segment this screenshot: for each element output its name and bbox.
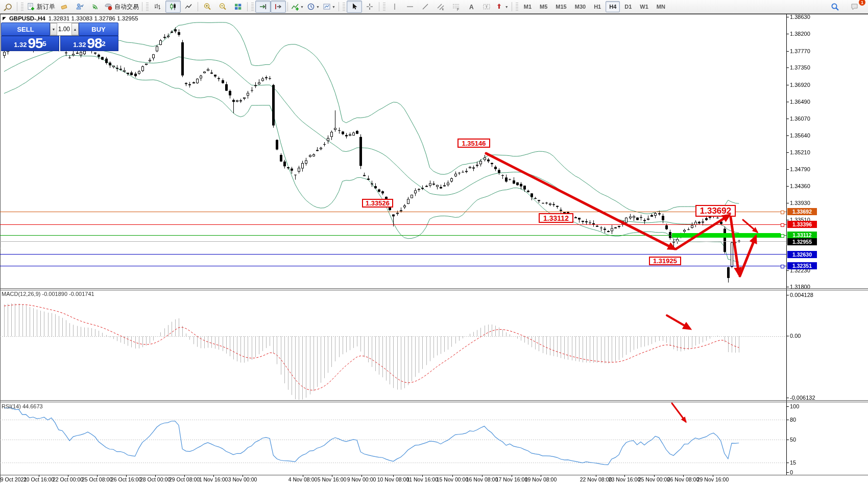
price-annotation[interactable]: 1.33526 xyxy=(362,199,393,208)
mt4-terminal: 新订单 自动交易 xyxy=(0,0,868,483)
price-annotation[interactable]: 1.35146 xyxy=(457,139,490,148)
time-axis-label: 19 Oct 2021 xyxy=(0,476,27,482)
time-axis-label: 9 Nov 00:00 xyxy=(347,476,376,482)
timeframe-button-h1[interactable]: H1 xyxy=(590,1,605,12)
search-icon xyxy=(831,3,839,11)
rsi-label: RSI(14) 44.6673 xyxy=(2,403,43,409)
channel-tool[interactable]: E xyxy=(433,1,448,13)
time-axis-label: 22 Oct 00:00 xyxy=(53,476,83,482)
time-axis-label: 28 Oct 00:00 xyxy=(140,476,171,482)
text-tool[interactable]: A xyxy=(464,1,479,13)
price-axis-label: 1.34790 xyxy=(790,166,810,172)
volume-stepper: ▼ 1.00 ▲ xyxy=(50,22,79,36)
price-tag: 1.33692 xyxy=(787,208,817,215)
macd-axis-label: -0.006132 xyxy=(790,395,815,401)
level-marker[interactable] xyxy=(781,211,784,214)
svg-text:T: T xyxy=(485,5,488,9)
new-order-icon xyxy=(27,3,35,11)
timeframe-button-m5[interactable]: M5 xyxy=(536,1,551,12)
timeframe-button-m1[interactable]: M1 xyxy=(520,1,535,12)
price-tag: 1.33396 xyxy=(787,221,817,228)
market-watch-button[interactable] xyxy=(72,1,87,13)
auto-trading-button[interactable]: 自动交易 xyxy=(103,1,140,13)
bar-chart-button[interactable] xyxy=(150,1,165,13)
period-button[interactable]: ▼ xyxy=(305,1,321,13)
timeframe-button-d1[interactable]: D1 xyxy=(621,1,635,12)
dropdown-arrow-icon: ▼ xyxy=(332,5,335,9)
sell-price-button[interactable]: 1.32 95 5 xyxy=(1,36,59,51)
toolbar-separator xyxy=(142,2,142,11)
time-axis-label: 15 Nov 00:00 xyxy=(437,476,468,482)
tile-windows-button[interactable] xyxy=(230,1,246,13)
crosshair-tool-button[interactable] xyxy=(362,1,377,13)
arrows-tool[interactable]: ▼ xyxy=(494,1,510,13)
cursor-icon xyxy=(350,3,358,11)
notifications-button[interactable]: 1 xyxy=(848,1,863,13)
price-level-line[interactable] xyxy=(0,235,786,236)
text-label-tool[interactable]: T xyxy=(479,1,494,13)
time-axis-label: 26 Oct 16:00 xyxy=(111,476,141,482)
cursor-tool-button[interactable] xyxy=(347,1,362,13)
price-level-line[interactable] xyxy=(0,224,786,225)
symbol-title: GBPUSD-,H4 xyxy=(9,15,45,21)
time-axis-label: 26 Nov 08:00 xyxy=(667,476,699,482)
buy-button[interactable]: BUY xyxy=(79,22,118,36)
toolbar-separator xyxy=(17,2,17,11)
vertical-line-tool[interactable] xyxy=(387,1,402,13)
buy-price-button[interactable]: 1.32 98 2 xyxy=(60,36,118,51)
timeframe-button-m30[interactable]: M30 xyxy=(571,1,589,12)
timeframe-button-m15[interactable]: M15 xyxy=(552,1,570,12)
price-axis-label: 1.37350 xyxy=(790,64,810,71)
timeframe-button-w1[interactable]: W1 xyxy=(636,1,652,12)
template-button[interactable]: ▼ xyxy=(321,1,337,13)
time-axis-label: 29 Nov 16:00 xyxy=(697,476,729,482)
price-level-line[interactable] xyxy=(0,254,786,255)
timeframe-button-h4[interactable]: H4 xyxy=(606,1,620,12)
bar-chart-icon xyxy=(154,3,162,11)
trade-panel-controls: SELL ▼ 1.00 ▲ BUY xyxy=(1,22,118,36)
toolbar-separator xyxy=(247,2,248,11)
price-level-line[interactable] xyxy=(0,241,786,242)
rsi-axis-label: 80 xyxy=(790,417,796,423)
macd-axis-label: 0.004128 xyxy=(790,292,813,298)
zoom-in-button[interactable] xyxy=(200,1,215,13)
timeframe-group: M1M5M15M30H1H4D1W1MN xyxy=(520,0,669,13)
level-marker[interactable] xyxy=(781,234,784,238)
time-axis-label: 1 Nov 16:00 xyxy=(199,476,228,482)
time-axis-label: 19 Nov 08:00 xyxy=(525,476,557,482)
auto-scroll-button[interactable] xyxy=(255,1,271,13)
toolbar-grip xyxy=(516,3,518,11)
time-axis-label: 22 Nov 08:00 xyxy=(580,476,612,482)
zoom-in-icon xyxy=(203,3,211,11)
volume-input[interactable]: 1.00 xyxy=(57,23,71,35)
chart-shift-button[interactable] xyxy=(271,1,286,13)
chart-window-icon[interactable] xyxy=(0,1,15,13)
line-chart-button[interactable] xyxy=(181,1,196,13)
price-annotation[interactable]: 1.33692 xyxy=(695,205,736,217)
volume-decrease-button[interactable]: ▼ xyxy=(50,23,57,35)
time-axis-label: 3 Nov 00:00 xyxy=(228,476,257,482)
price-axis-label: 1.38630 xyxy=(790,14,810,20)
price-level-line[interactable] xyxy=(0,212,786,212)
trendline-tool[interactable] xyxy=(418,1,433,13)
level-marker[interactable] xyxy=(781,223,784,227)
volume-increase-button[interactable]: ▲ xyxy=(71,23,79,35)
add-indicator-button[interactable]: ▼ xyxy=(290,1,305,13)
fibonacci-tool[interactable]: F xyxy=(448,1,464,13)
zoom-out-button[interactable] xyxy=(215,1,230,13)
signals-button[interactable] xyxy=(87,1,103,13)
toolbar-separator xyxy=(512,2,512,11)
timeframe-button-mn[interactable]: MN xyxy=(653,1,669,12)
price-level-line[interactable] xyxy=(0,266,786,266)
price-annotation[interactable]: 1.31925 xyxy=(649,257,681,265)
sell-button[interactable]: SELL xyxy=(1,22,50,36)
styler-button[interactable] xyxy=(57,1,72,13)
horizontal-line-tool[interactable] xyxy=(402,1,418,13)
equidistant-channel-icon: E xyxy=(437,3,445,11)
price-annotation[interactable]: 1.33112 xyxy=(539,213,573,223)
level-marker[interactable] xyxy=(781,265,784,268)
candlestick-chart-button[interactable] xyxy=(165,1,181,13)
support-zone-bar[interactable] xyxy=(672,233,781,238)
new-order-button[interactable]: 新订单 xyxy=(25,1,57,13)
search-button[interactable] xyxy=(827,1,842,13)
